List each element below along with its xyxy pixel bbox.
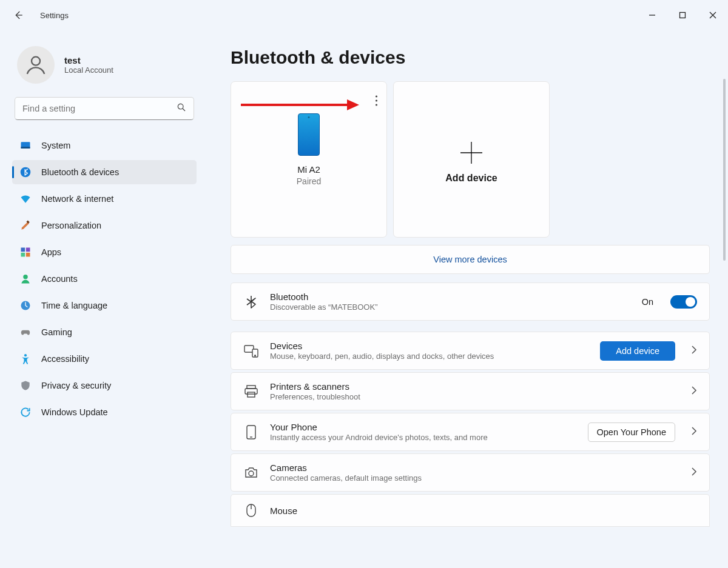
window-controls: [637, 4, 728, 27]
profile-block[interactable]: test Local Account: [12, 40, 197, 97]
chevron-right-icon: [691, 386, 697, 398]
cameras-row[interactable]: Cameras Connected cameras, default image…: [231, 453, 710, 492]
nav-label: Network & internet: [41, 194, 113, 204]
row-subtitle: Mouse, keyboard, pen, audio, displays an…: [270, 352, 589, 361]
svg-point-2: [32, 57, 40, 65]
open-your-phone-button[interactable]: Open Your Phone: [588, 423, 676, 442]
row-title: Printers & scanners: [270, 381, 675, 392]
nav-bluetooth-devices[interactable]: Bluetooth & devices: [12, 160, 197, 184]
nav-label: Privacy & security: [41, 381, 111, 390]
app-title: Settings: [40, 11, 69, 20]
nav-label: Windows Update: [41, 407, 108, 417]
add-device-label: Add device: [445, 173, 497, 184]
wifi-icon: [19, 193, 32, 205]
svg-rect-6: [21, 147, 30, 149]
bluetooth-toggle-row: Bluetooth Discoverable as “MATEBOOK” On: [231, 282, 710, 321]
svg-rect-27: [245, 389, 257, 394]
nav-list: System Bluetooth & devices Network & int…: [12, 133, 197, 424]
view-more-devices[interactable]: View more devices: [231, 245, 710, 274]
devices-icon: [243, 344, 259, 358]
svg-rect-10: [26, 248, 30, 252]
nav-label: Gaming: [41, 327, 72, 337]
device-status: Paired: [297, 176, 321, 186]
chevron-right-icon: [691, 467, 697, 479]
system-icon: [19, 139, 32, 152]
brush-icon: [19, 219, 32, 232]
nav-label: Accounts: [41, 274, 78, 284]
svg-line-4: [183, 109, 185, 111]
gamepad-icon: [19, 326, 32, 338]
nav-gaming[interactable]: Gaming: [12, 320, 197, 344]
close-button[interactable]: [698, 4, 728, 27]
minimize-button[interactable]: [637, 4, 667, 27]
printer-icon: [243, 385, 259, 398]
bluetooth-toggle[interactable]: [670, 295, 697, 309]
svg-rect-11: [21, 253, 25, 257]
nav-privacy[interactable]: Privacy & security: [12, 373, 197, 398]
nav-label: Time & language: [41, 301, 107, 310]
svg-point-16: [376, 95, 377, 97]
nav-label: Accessibility: [41, 354, 89, 364]
back-button[interactable]: [8, 5, 28, 25]
svg-point-15: [24, 354, 27, 356]
device-name: Mi A2: [297, 164, 320, 175]
annotation-arrow: [241, 98, 362, 112]
mouse-row[interactable]: Mouse: [231, 494, 710, 527]
maximize-button[interactable]: [667, 4, 698, 27]
printers-row[interactable]: Printers & scanners Preferences, trouble…: [231, 372, 710, 410]
row-subtitle: Preferences, troubleshoot: [270, 392, 675, 401]
scrollbar[interactable]: [723, 79, 726, 261]
svg-marker-20: [347, 99, 359, 110]
profile-subtitle: Local Account: [64, 65, 113, 75]
page-title: Bluetooth & devices: [231, 47, 716, 68]
shield-icon: [19, 379, 32, 392]
row-subtitle: Instantly access your Android device's p…: [270, 433, 577, 442]
svg-point-17: [376, 99, 377, 101]
devices-row[interactable]: Devices Mouse, keyboard, pen, audio, dis…: [231, 332, 710, 370]
search-box[interactable]: [15, 97, 194, 120]
nav-accessibility[interactable]: Accessibility: [12, 347, 197, 371]
svg-rect-12: [26, 253, 30, 257]
search-icon: [177, 102, 186, 115]
paired-device-card[interactable]: Mi A2 Paired: [231, 81, 387, 238]
nav-windows-update[interactable]: Windows Update: [12, 400, 197, 424]
nav-label: System: [41, 141, 70, 150]
nav-label: Personalization: [41, 221, 101, 230]
svg-point-31: [249, 471, 254, 476]
row-title: Mouse: [270, 506, 697, 516]
search-input[interactable]: [22, 104, 177, 113]
apps-icon: [19, 246, 32, 258]
clock-globe-icon: [19, 299, 32, 312]
row-title: Cameras: [270, 463, 675, 473]
sidebar: test Local Account System Bluetooth & de…: [0, 30, 200, 568]
bluetooth-subtitle: Discoverable as “MATEBOOK”: [270, 302, 631, 312]
nav-system[interactable]: System: [12, 133, 197, 158]
titlebar: Settings: [0, 0, 728, 30]
nav-apps[interactable]: Apps: [12, 240, 197, 264]
row-title: Devices: [270, 341, 589, 351]
device-more-button[interactable]: [375, 95, 378, 109]
svg-point-13: [23, 275, 28, 279]
bluetooth-title: Bluetooth: [270, 292, 631, 302]
svg-point-3: [178, 104, 183, 109]
device-phone-icon: [298, 113, 320, 156]
row-title: Your Phone: [270, 422, 577, 432]
chevron-right-icon: [691, 345, 697, 357]
add-device-card[interactable]: Add device: [393, 81, 550, 238]
svg-point-18: [376, 104, 377, 105]
plus-icon: [459, 140, 484, 165]
nav-time-language[interactable]: Time & language: [12, 293, 197, 318]
nav-accounts[interactable]: Accounts: [12, 267, 197, 291]
nav-label: Bluetooth & devices: [41, 167, 119, 177]
svg-rect-26: [247, 386, 255, 389]
svg-rect-1: [680, 13, 686, 18]
nav-personalization[interactable]: Personalization: [12, 213, 197, 238]
nav-network[interactable]: Network & internet: [12, 187, 197, 211]
svg-rect-28: [248, 392, 255, 397]
add-device-button[interactable]: Add device: [600, 341, 675, 361]
bluetooth-icon: [19, 166, 32, 178]
row-subtitle: Connected cameras, default image setting…: [270, 473, 675, 483]
avatar: [17, 46, 55, 84]
phone-icon: [243, 425, 259, 439]
your-phone-row[interactable]: Your Phone Instantly access your Android…: [231, 413, 710, 451]
